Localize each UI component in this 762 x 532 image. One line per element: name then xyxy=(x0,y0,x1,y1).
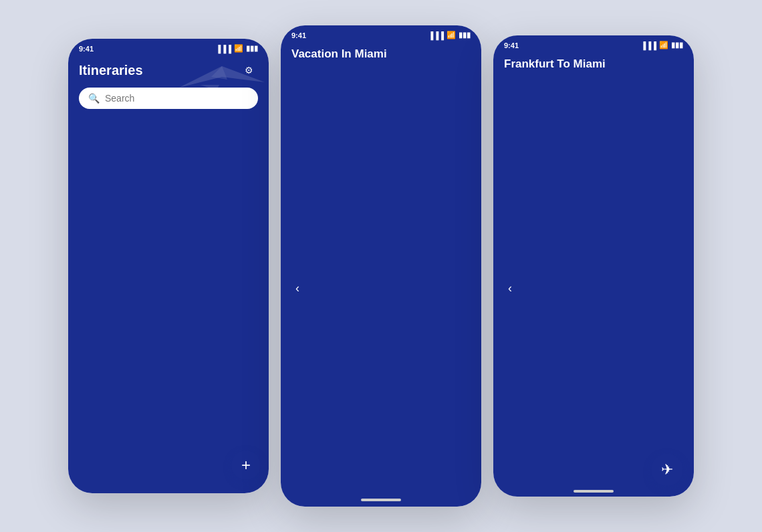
signal-icon: ▐▐▐ xyxy=(216,45,231,53)
header-1: Itineraries ⚙ 🔍 xyxy=(68,55,269,493)
header-2: ‹ Vacation In Miami xyxy=(281,42,481,507)
wifi-icon: 📶 xyxy=(234,44,243,53)
phone-1-itineraries: 9:41 ▐▐▐ 📶 ▮▮▮ Itineraries ⚙ 🔍 VACATION … xyxy=(68,39,269,493)
signal-icon-3: ▐▐▐ xyxy=(641,41,656,49)
time-2: 9:41 xyxy=(291,31,306,39)
page-title-3: Frankfurt To Miami xyxy=(504,57,694,497)
search-icon: 🔍 xyxy=(88,93,100,104)
page-title-2: Vacation In Miami xyxy=(291,47,481,507)
phone-2-vacation-miami: 9:41 ▐▐▐ 📶 ▮▮▮ ‹ Vacation In Miami From … xyxy=(281,25,481,507)
header-3: ‹ Frankfurt To Miami xyxy=(493,52,694,497)
status-icons-1: ▐▐▐ 📶 ▮▮▮ xyxy=(216,44,258,53)
back-button-3[interactable]: ‹ xyxy=(504,280,516,297)
status-bar-1: 9:41 ▐▐▐ 📶 ▮▮▮ xyxy=(68,39,269,55)
status-bar-3: 9:41 ▐▐▐ 📶 ▮▮▮ xyxy=(493,35,694,52)
battery-icon-2: ▮▮▮ xyxy=(459,31,471,39)
page-title-1: Itineraries xyxy=(79,63,143,78)
scroll-indicator-3 xyxy=(574,490,614,493)
wifi-icon-3: 📶 xyxy=(659,41,668,49)
battery-icon: ▮▮▮ xyxy=(246,44,258,53)
status-bar-2: 9:41 ▐▐▐ 📶 ▮▮▮ xyxy=(281,25,481,42)
status-icons-3: ▐▐▐ 📶 ▮▮▮ xyxy=(641,41,683,49)
wifi-icon-2: 📶 xyxy=(447,31,456,39)
phone-3-frankfurt-miami: 9:41 ▐▐▐ 📶 ▮▮▮ ‹ Frankfurt To Miami xyxy=(493,35,694,497)
signal-icon-2: ▐▐▐ xyxy=(428,31,444,39)
time-1: 9:41 xyxy=(79,45,94,53)
flight-action-button[interactable]: ✈ xyxy=(651,454,683,486)
back-button-2[interactable]: ‹ xyxy=(291,280,303,297)
add-itinerary-button[interactable]: + xyxy=(231,450,261,480)
time-3: 9:41 xyxy=(504,41,519,49)
plane-decoration xyxy=(168,55,269,109)
scroll-indicator-2 xyxy=(361,499,401,501)
status-icons-2: ▐▐▐ 📶 ▮▮▮ xyxy=(428,31,471,39)
battery-icon-3: ▮▮▮ xyxy=(671,41,683,49)
